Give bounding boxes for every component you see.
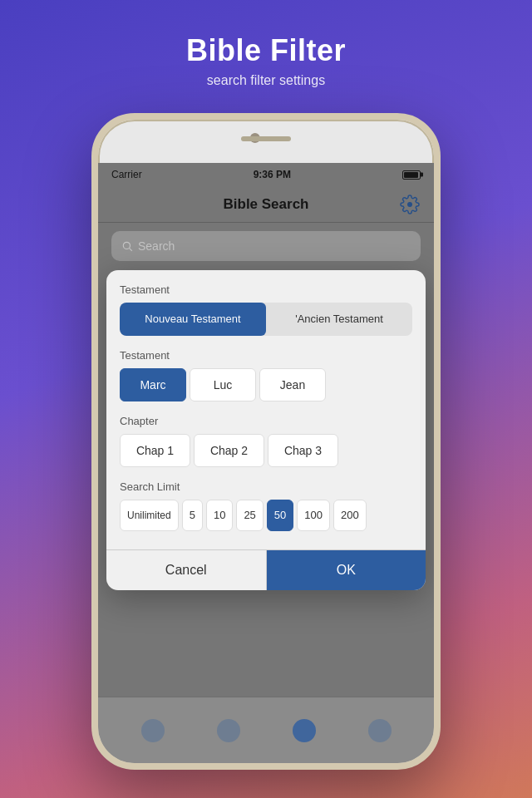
modal-body: Testament Nouveau Testament 'Ancien Test… — [106, 270, 426, 549]
limit-5-btn[interactable]: 5 — [182, 500, 203, 531]
tab-bar — [98, 697, 434, 763]
tab-item-4[interactable] — [368, 719, 392, 742]
tab-icon-4 — [368, 719, 392, 742]
chapter-1-btn[interactable]: Chap 1 — [120, 434, 190, 467]
book-marc-btn[interactable]: Marc — [120, 368, 186, 401]
limit-25-btn[interactable]: 25 — [236, 500, 263, 531]
ok-button[interactable]: OK — [267, 550, 426, 590]
phone-speaker — [241, 136, 291, 141]
app-title: Bible Filter — [186, 33, 346, 68]
tab-icon-3 — [293, 719, 316, 742]
limit-unlimited-btn[interactable]: Unilimited — [120, 500, 179, 531]
tab-icon-2 — [217, 719, 240, 742]
chapter-2-btn[interactable]: Chap 2 — [194, 434, 264, 467]
tab-item-2[interactable] — [217, 719, 240, 742]
limit-10-btn[interactable]: 10 — [206, 500, 233, 531]
testament-segment: Nouveau Testament 'Ancien Testament — [120, 303, 412, 336]
limit-row: Unilimited 5 10 25 50 100 200 — [120, 500, 412, 531]
cancel-button[interactable]: Cancel — [106, 550, 267, 590]
chapter-label: Chapter — [120, 415, 412, 427]
app-header: Bible Filter search filter settings — [186, 0, 346, 105]
tab-item-1[interactable] — [141, 719, 165, 742]
search-limit-label: Search Limit — [120, 480, 412, 493]
books-label: Testament — [120, 349, 412, 362]
limit-200-btn[interactable]: 200 — [333, 500, 367, 531]
tab-item-3[interactable] — [293, 719, 316, 742]
app-subtitle: search filter settings — [186, 73, 346, 88]
book-jean-btn[interactable]: Jean — [259, 368, 326, 401]
phone-container: Carrier 9:36 PM Bible Search — [91, 113, 441, 770]
book-luc-btn[interactable]: Luc — [190, 368, 256, 401]
testament-ancien-btn[interactable]: 'Ancien Testament — [266, 303, 412, 336]
phone-screen: Carrier 9:36 PM Bible Search — [98, 163, 434, 697]
tab-icon-1 — [141, 719, 165, 742]
book-row: Marc Luc Jean — [120, 368, 412, 401]
modal-dialog: Testament Nouveau Testament 'Ancien Test… — [106, 270, 426, 590]
chapter-3-btn[interactable]: Chap 3 — [268, 434, 338, 467]
limit-50-btn[interactable]: 50 — [267, 500, 293, 531]
testament-nouveau-btn[interactable]: Nouveau Testament — [120, 303, 266, 336]
modal-footer: Cancel OK — [106, 549, 426, 590]
testament-label: Testament — [120, 283, 412, 296]
limit-100-btn[interactable]: 100 — [297, 500, 330, 531]
modal-overlay: Testament Nouveau Testament 'Ancien Test… — [98, 163, 434, 697]
chapter-row: Chap 1 Chap 2 Chap 3 — [120, 434, 412, 467]
